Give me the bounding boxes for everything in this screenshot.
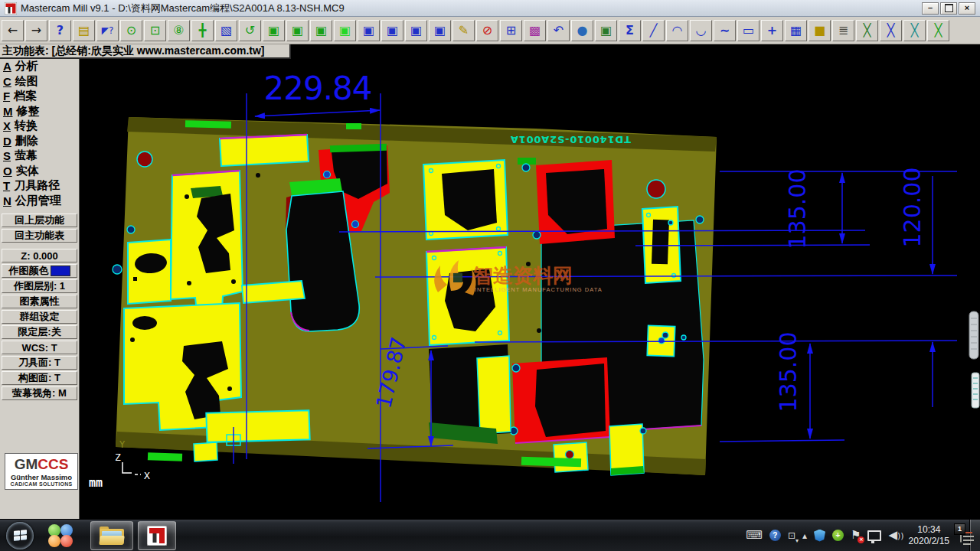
- groups-button[interactable]: 群组设定: [2, 310, 77, 324]
- main-menu-button[interactable]: 回主功能表: [2, 229, 77, 243]
- xform-button[interactable]: ▩: [524, 20, 546, 41]
- rectangle-button[interactable]: ▭: [737, 20, 760, 41]
- restore-button[interactable]: [940, 2, 957, 15]
- sidebar-item-xform[interactable]: X转换: [0, 119, 79, 134]
- start-button[interactable]: [6, 522, 34, 549]
- sidebar-item-file[interactable]: F档案: [0, 89, 79, 104]
- dim-height-label: 120.00: [899, 168, 926, 248]
- help-tray-icon[interactable]: ?: [769, 530, 781, 541]
- close-button[interactable]: ×: [959, 2, 975, 15]
- forward-icon: →: [31, 24, 41, 37]
- sidebar-item-toolpaths[interactable]: T刀具路径: [0, 178, 79, 194]
- sidebar-item-analyze[interactable]: A分析: [0, 59, 79, 74]
- taskbar-explorer-button[interactable]: [90, 521, 133, 550]
- back-button[interactable]: ←: [2, 20, 24, 41]
- gview-iso-button[interactable]: ▣: [334, 20, 356, 41]
- spline-button[interactable]: ∼: [714, 20, 736, 41]
- undelete-button[interactable]: ⊘: [476, 20, 498, 41]
- sidebar-item-solids[interactable]: O实体: [0, 164, 79, 179]
- flag-alert-badge: ×: [858, 536, 864, 543]
- attributes-button[interactable]: 图素属性: [2, 295, 77, 308]
- shade-button[interactable]: ●: [571, 20, 593, 41]
- point-button[interactable]: +: [761, 20, 783, 41]
- action-center-flag-icon[interactable]: ⚑×: [851, 530, 861, 541]
- wcs-button[interactable]: WCS: T: [2, 341, 77, 354]
- repaint-button[interactable]: ▧: [215, 20, 237, 41]
- trim-two-button[interactable]: ╳: [880, 20, 902, 41]
- pinned-app-icon[interactable]: [47, 524, 74, 547]
- zoom-button[interactable]: ⊙: [120, 20, 142, 41]
- mask-level-button[interactable]: 限定层:关: [2, 325, 77, 339]
- cplane-side-button[interactable]: ▣: [405, 20, 427, 41]
- undo-icon: ↶: [554, 24, 564, 37]
- title-bar: Mastercam Mill v9.1 - D:\资料网Mastercam编程\…: [0, 0, 980, 17]
- z-depth-button[interactable]: Z: 0.000: [2, 249, 77, 262]
- trim-icon: ╳: [911, 24, 919, 37]
- zoom-window-button[interactable]: ⊡: [144, 20, 166, 41]
- trim-one-button[interactable]: ╳: [856, 20, 878, 41]
- screen-next-button[interactable]: ⊞: [500, 20, 522, 41]
- antivirus-icon[interactable]: +: [832, 530, 844, 541]
- trim-three-button[interactable]: ╳: [903, 20, 926, 41]
- line-button[interactable]: ╱: [642, 20, 665, 41]
- cad-viewport[interactable]: TD140010-S2A001A 229.84 135.00 120.00 13…: [80, 59, 980, 519]
- volume-icon[interactable]: ◀)): [888, 530, 903, 541]
- solids-button[interactable]: ▣: [595, 20, 617, 41]
- tool-plane-button[interactable]: 刀具面: T: [2, 356, 77, 370]
- network-icon[interactable]: [867, 530, 881, 541]
- sigma-icon: Σ: [626, 24, 634, 37]
- forward-button[interactable]: →: [25, 20, 47, 41]
- gview-side-button[interactable]: ▣: [310, 20, 332, 41]
- delete-button[interactable]: ✎: [452, 20, 475, 41]
- surface-button[interactable]: ▦: [785, 20, 807, 41]
- show-hidden-icons[interactable]: ▴: [802, 531, 807, 540]
- taskbar-mastercam-button[interactable]: [138, 521, 176, 550]
- gview-front-button[interactable]: ▣: [286, 20, 309, 41]
- sidebar-item-nc-utils[interactable]: N公用管理: [0, 194, 79, 209]
- pan-button[interactable]: ╋: [191, 20, 214, 41]
- analyze-button[interactable]: ◤?: [96, 20, 119, 41]
- sidebar-item-screen[interactable]: S萤幕: [0, 148, 79, 164]
- window-restore-tray-icon[interactable]: ⊡▾: [788, 531, 795, 540]
- gview-top-button[interactable]: ▣: [263, 20, 285, 41]
- levels-button[interactable]: ≣: [832, 20, 854, 41]
- minimize-button[interactable]: –: [922, 2, 939, 15]
- help-button[interactable]: ?: [49, 20, 71, 41]
- clock-date: 2020/2/15: [909, 536, 949, 547]
- backup-menu-button[interactable]: 回上层功能: [2, 214, 77, 227]
- keyboard-icon[interactable]: ⌨: [746, 530, 763, 541]
- gview-iso-cube-icon: ▣: [339, 24, 351, 37]
- zoom-eight-button[interactable]: ⑧: [168, 20, 190, 41]
- edge-scrollbar[interactable]: [969, 311, 979, 408]
- sigma-button[interactable]: Σ: [619, 20, 641, 41]
- security-shield-icon[interactable]: [814, 530, 825, 542]
- color-swatch: [51, 266, 70, 276]
- taskbar-clock[interactable]: 10:34 2020/2/15: [909, 524, 949, 547]
- notes-tray-icon[interactable]: 1: [960, 529, 962, 543]
- file-cabinet-icon: ▤: [78, 24, 90, 37]
- sidebar-item-modify[interactable]: M修整: [0, 104, 79, 119]
- trim-divide-button[interactable]: ╳: [927, 20, 949, 41]
- main-toolbar: ← → ? ▤ ◤? ⊙ ⊡ ⑧ ╋ ▧ ↺ ▣ ▣ ▣ ▣ ▣ ▣ ▣ ▣ ✎…: [0, 17, 980, 44]
- file-button[interactable]: ▤: [73, 20, 95, 41]
- cplane-iso-button[interactable]: ▣: [429, 20, 451, 41]
- arc-button[interactable]: ◠: [666, 20, 688, 41]
- zoom-icon: ⊙: [126, 24, 136, 37]
- undo-button[interactable]: ↶: [547, 20, 570, 41]
- rotate-gview-button[interactable]: ↺: [239, 20, 261, 41]
- app-ball-red-icon: [60, 535, 73, 547]
- sidebar-item-create[interactable]: C绘图: [0, 74, 79, 90]
- axis-z-label: Z: [115, 452, 121, 463]
- trim-icon: ╳: [864, 24, 871, 37]
- solids-cube-icon: ▣: [600, 24, 612, 37]
- sidebar-item-delete[interactable]: D删除: [0, 134, 79, 149]
- cplane-front-button[interactable]: ▣: [381, 20, 403, 41]
- draw-color-button[interactable]: 作图颜色: [2, 264, 77, 278]
- gview-button[interactable]: 萤幕视角: M: [2, 386, 77, 400]
- draw-level-button[interactable]: 作图层别: 1: [2, 279, 77, 293]
- canvas-top-strip: [291, 44, 980, 59]
- solid-box-button[interactable]: ■: [808, 20, 831, 41]
- curve-button[interactable]: ◡: [690, 20, 712, 41]
- construction-plane-button[interactable]: 构图面: T: [2, 371, 77, 385]
- cplane-top-button[interactable]: ▣: [358, 20, 380, 41]
